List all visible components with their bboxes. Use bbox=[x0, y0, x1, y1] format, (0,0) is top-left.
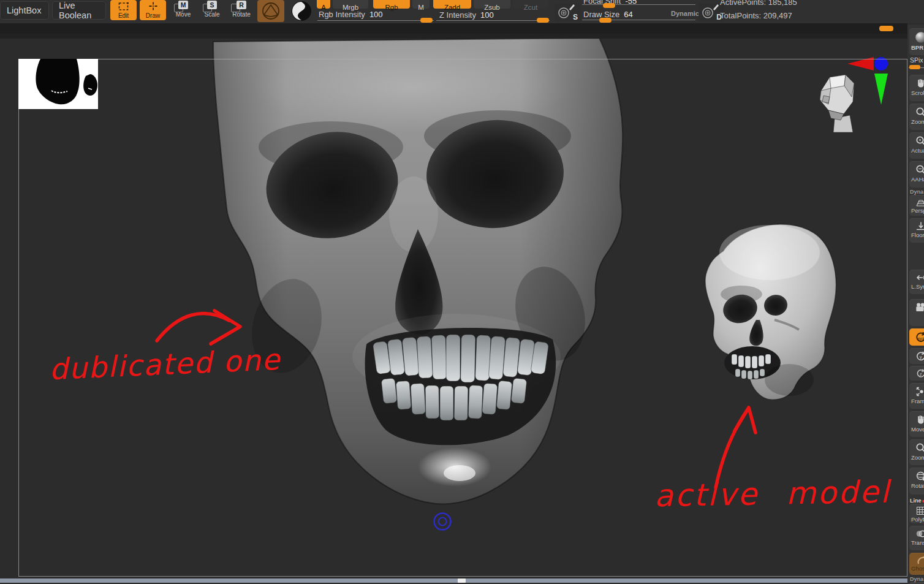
move-gyro-button[interactable]: M Move bbox=[172, 1, 195, 20]
focal-shift-track[interactable] bbox=[582, 4, 695, 5]
large-skull-model[interactable] bbox=[202, 38, 638, 505]
move-3d-button[interactable]: Move bbox=[909, 411, 924, 437]
rgb-intensity-handle[interactable] bbox=[420, 18, 433, 23]
rotate-3d-button[interactable]: Rotate bbox=[909, 468, 924, 495]
brush-thumbnail-icon bbox=[257, 0, 284, 22]
dyna-persp-header: Dyna bbox=[910, 189, 923, 195]
rotate-gyro-button[interactable]: R Rotate bbox=[229, 1, 254, 20]
rgb-button[interactable]: Rgb bbox=[373, 0, 410, 9]
local-symmetry-button[interactable]: L.Sym bbox=[909, 270, 924, 294]
bpr-sphere-icon bbox=[914, 30, 924, 45]
z-axis-dot bbox=[874, 57, 888, 70]
rotate-xyz-icon: xyz bbox=[914, 330, 924, 345]
z-intensity-handle[interactable] bbox=[537, 18, 549, 23]
zbrush-window: { "top_shelf": { "lightbox": "LightBox",… bbox=[0, 0, 924, 584]
rgb-intensity-value: 100 bbox=[369, 10, 383, 19]
polyframe-button[interactable]: PolyF bbox=[909, 504, 924, 523]
z-intensity-label: Z Intensity bbox=[439, 10, 476, 20]
stroke-picker-button[interactable]: S bbox=[555, 3, 580, 22]
rotate-z-icon: z bbox=[914, 368, 924, 380]
live-boolean-label: Live Boolean bbox=[59, 1, 99, 20]
rotate-z-button[interactable]: z bbox=[909, 366, 924, 381]
aahalf-button[interactable]: AAHalf bbox=[909, 161, 924, 188]
focal-shift-handle[interactable] bbox=[603, 3, 615, 8]
persp-grid-icon bbox=[915, 197, 924, 208]
transparency-icon bbox=[915, 528, 924, 540]
active-arrow-head bbox=[735, 408, 755, 433]
rgb-intensity-track[interactable] bbox=[317, 20, 434, 21]
live-boolean-button[interactable]: Live Boolean bbox=[52, 1, 106, 20]
material-sphere-icon bbox=[288, 0, 315, 22]
horizontal-scrollbar[interactable] bbox=[0, 578, 907, 583]
axis-indicator[interactable] bbox=[846, 56, 907, 142]
move-hand-icon bbox=[915, 413, 924, 427]
spix-handle[interactable] bbox=[909, 65, 920, 69]
edit-label: Edit bbox=[118, 13, 129, 19]
document-viewport[interactable]: dublicated one active model bbox=[0, 34, 907, 584]
universal-camera-button[interactable] bbox=[909, 299, 924, 326]
draw-size-handle[interactable] bbox=[599, 18, 612, 23]
shelf-divider-handle[interactable] bbox=[879, 26, 893, 31]
dynamic-mode-toggle[interactable]: Dynamic bbox=[671, 10, 699, 17]
scroll-hand-icon bbox=[915, 77, 924, 90]
zadd-button[interactable]: Zadd bbox=[433, 0, 471, 9]
active-arrow-shaft bbox=[716, 409, 748, 488]
floor-button[interactable]: Floor bbox=[909, 218, 924, 243]
rgb-intensity-label: Rgb Intensity bbox=[319, 10, 365, 19]
actual-button[interactable]: Actual bbox=[909, 132, 924, 159]
horizontal-scrollbar-handle[interactable] bbox=[458, 578, 466, 583]
zoom-doc-button[interactable]: Zoom bbox=[909, 104, 924, 130]
thumbnail-silhouettes bbox=[18, 59, 98, 109]
zcut-button[interactable]: Zcut bbox=[513, 0, 548, 9]
polyframe-grid-icon bbox=[915, 506, 924, 517]
draw-size-value: 64 bbox=[624, 10, 632, 19]
dyna-solo-header: Dyna bbox=[910, 576, 923, 582]
a-toggle-button[interactable]: A bbox=[317, 0, 330, 9]
transparency-button[interactable]: Transp bbox=[909, 526, 924, 550]
persp-button[interactable]: Persp bbox=[909, 195, 924, 216]
zoom-magnifier-icon bbox=[915, 105, 924, 119]
ghost-icon bbox=[915, 555, 924, 566]
document-top-band bbox=[0, 34, 907, 39]
mrgb-button[interactable]: Mrgb bbox=[333, 0, 368, 9]
y-axis-arrow bbox=[874, 74, 888, 105]
rotate-xyz-button[interactable]: xyz bbox=[909, 328, 924, 346]
scroll-button[interactable]: Scroll bbox=[909, 75, 924, 101]
frame-button[interactable]: Frame bbox=[909, 383, 924, 409]
move-badge-icon: M bbox=[178, 1, 188, 9]
spix-slider-label: SPix bbox=[910, 56, 923, 64]
lightbox-label: LightBox bbox=[7, 6, 41, 15]
line-header: Line bbox=[910, 498, 924, 504]
draw-button[interactable]: Draw bbox=[140, 0, 166, 20]
rotate-y-button[interactable]: y bbox=[909, 348, 924, 364]
top-shelf: LightBox Live Boolean Edit Draw M Move S… bbox=[0, 0, 924, 23]
x-axis-arrow bbox=[847, 57, 874, 70]
current-brush-button[interactable] bbox=[257, 0, 284, 22]
frame-icon bbox=[915, 385, 924, 398]
local-symmetry-icon bbox=[915, 271, 924, 284]
z-intensity-track[interactable] bbox=[436, 20, 550, 21]
draw-crosshair-icon bbox=[148, 2, 159, 11]
current-material-button[interactable] bbox=[288, 0, 315, 22]
total-points-readout: TotalPoints: 209,497 bbox=[720, 11, 792, 20]
scale-gyro-button[interactable]: S Scale bbox=[200, 1, 224, 20]
small-skull-model[interactable] bbox=[696, 216, 838, 403]
pivot-marker-icon bbox=[434, 514, 451, 530]
z-intensity-value: 100 bbox=[480, 10, 494, 20]
svg-text:y: y bbox=[920, 354, 922, 360]
edit-button[interactable]: Edit bbox=[110, 0, 137, 20]
ghost-button[interactable]: Ghost bbox=[909, 553, 924, 575]
draw-label: Draw bbox=[146, 13, 160, 19]
zsub-button[interactable]: Zsub bbox=[474, 0, 510, 9]
floor-icon bbox=[915, 220, 924, 232]
bpr-button[interactable]: BPR bbox=[909, 28, 924, 55]
actual-magnifier-icon bbox=[915, 134, 924, 148]
aahalf-magnifier-icon bbox=[915, 163, 924, 176]
lightbox-button[interactable]: LightBox bbox=[0, 1, 49, 20]
zoom-3d-button[interactable]: Zoom bbox=[909, 439, 924, 465]
active-points-readout: ActivePoints: 185,185 bbox=[720, 0, 797, 7]
rgb-intensity-slider-label: Rgb Intensity100 bbox=[319, 10, 383, 19]
m-toggle-button[interactable]: M bbox=[412, 0, 430, 9]
zoom-3d-magnifier-icon bbox=[915, 441, 924, 455]
svg-text:xyz: xyz bbox=[917, 336, 924, 341]
